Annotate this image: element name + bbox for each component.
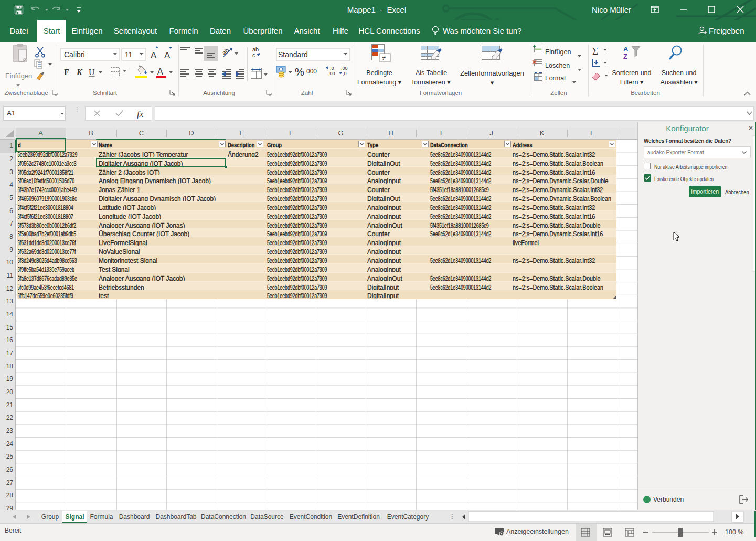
svg-text:,0: ,0	[330, 66, 334, 71]
svg-text:,0: ,0	[343, 71, 347, 76]
svg-text:U: U	[89, 68, 95, 77]
svg-text:≠: ≠	[382, 54, 386, 62]
svg-text:000: 000	[306, 68, 317, 75]
svg-text:ab: ab	[220, 46, 230, 57]
svg-text:A: A	[164, 50, 171, 60]
svg-text:A: A	[157, 67, 163, 76]
svg-text:Σ: Σ	[592, 46, 598, 57]
svg-text:K: K	[76, 68, 83, 77]
svg-text:fx: fx	[137, 109, 144, 119]
svg-text:c: c	[252, 52, 255, 58]
svg-text:,00: ,00	[341, 66, 348, 71]
svg-text:A: A	[623, 45, 629, 53]
svg-text:%: %	[295, 66, 304, 78]
svg-text:100 %: 100 %	[725, 528, 743, 536]
svg-text:,00: ,00	[328, 71, 335, 76]
svg-text:A: A	[151, 50, 157, 60]
svg-text:Z: Z	[623, 52, 627, 60]
svg-text:Anzeigeeinstellungen: Anzeigeeinstellungen	[506, 528, 569, 535]
svg-text:F: F	[64, 68, 69, 77]
